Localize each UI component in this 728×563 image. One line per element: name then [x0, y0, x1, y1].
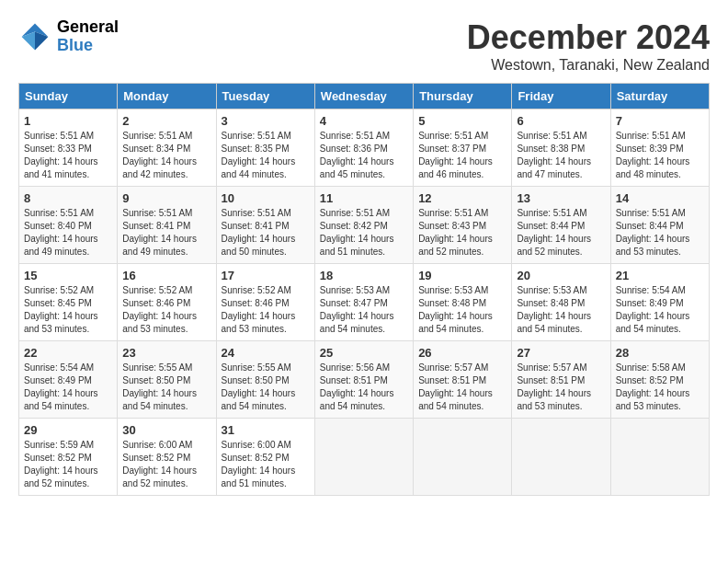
sunrise-label: Sunrise: 5:54 AM: [24, 362, 94, 373]
day-number: 28: [616, 346, 704, 360]
day-detail: Sunrise: 5:52 AMSunset: 8:46 PMDaylight:…: [122, 284, 210, 336]
day-number: 13: [517, 191, 605, 205]
sunset-label: Sunset: 8:48 PM: [517, 298, 585, 308]
sunset-label: Sunset: 8:50 PM: [222, 375, 290, 385]
daylight-label: Daylight: 14 hours and 54 minutes.: [517, 311, 591, 334]
sunset-label: Sunset: 8:52 PM: [122, 453, 190, 463]
daylight-label: Daylight: 14 hours and 52 minutes.: [517, 234, 591, 257]
day-detail: Sunrise: 5:51 AMSunset: 8:37 PMDaylight:…: [418, 130, 506, 181]
day-detail: Sunrise: 5:51 AMSunset: 8:39 PMDaylight:…: [616, 130, 704, 181]
day-number: 16: [122, 269, 210, 282]
day-detail: Sunrise: 5:51 AMSunset: 8:42 PMDaylight:…: [320, 207, 408, 259]
day-number: 9: [122, 191, 210, 205]
week-row-3: 15Sunrise: 5:52 AMSunset: 8:45 PMDayligh…: [19, 264, 710, 341]
sunset-label: Sunset: 8:52 PM: [616, 375, 684, 385]
calendar-cell: 9Sunrise: 5:51 AMSunset: 8:41 PMDaylight…: [118, 187, 216, 264]
sunrise-label: Sunrise: 5:58 AM: [616, 362, 686, 373]
daylight-label: Daylight: 14 hours and 54 minutes.: [222, 388, 296, 411]
day-number: 17: [222, 269, 310, 282]
calendar-table: SundayMondayTuesdayWednesdayThursdayFrid…: [18, 83, 710, 496]
calendar-cell: 1Sunrise: 5:51 AMSunset: 8:33 PMDaylight…: [19, 109, 118, 187]
daylight-label: Daylight: 14 hours and 54 minutes.: [616, 311, 690, 334]
sunset-label: Sunset: 8:44 PM: [517, 221, 585, 231]
day-detail: Sunrise: 5:53 AMSunset: 8:47 PMDaylight:…: [320, 284, 408, 336]
daylight-label: Daylight: 14 hours and 54 minutes.: [320, 311, 394, 334]
daylight-label: Daylight: 14 hours and 52 minutes.: [418, 234, 493, 257]
daylight-label: Daylight: 14 hours and 45 minutes.: [320, 156, 394, 179]
daylight-label: Daylight: 14 hours and 47 minutes.: [517, 156, 591, 179]
header-friday: Friday: [512, 84, 610, 109]
day-number: 8: [24, 191, 112, 205]
day-detail: Sunrise: 5:58 AMSunset: 8:52 PMDaylight:…: [616, 362, 704, 413]
day-number: 19: [418, 269, 506, 282]
sunrise-label: Sunrise: 5:51 AM: [24, 208, 94, 218]
sunset-label: Sunset: 8:48 PM: [418, 298, 486, 308]
calendar-cell: [610, 419, 709, 496]
day-detail: Sunrise: 5:53 AMSunset: 8:48 PMDaylight:…: [418, 284, 506, 336]
day-detail: Sunrise: 5:51 AMSunset: 8:41 PMDaylight:…: [122, 207, 210, 259]
day-number: 5: [418, 114, 506, 128]
day-number: 26: [418, 346, 506, 360]
logo-text: General Blue: [57, 18, 119, 55]
daylight-label: Daylight: 14 hours and 50 minutes.: [222, 234, 296, 257]
sunrise-label: Sunrise: 5:51 AM: [222, 208, 291, 218]
daylight-label: Daylight: 14 hours and 41 minutes.: [24, 156, 98, 179]
calendar-cell: [314, 419, 413, 496]
sunrise-label: Sunrise: 5:55 AM: [222, 362, 291, 373]
daylight-label: Daylight: 14 hours and 53 minutes.: [616, 234, 690, 257]
daylight-label: Daylight: 14 hours and 54 minutes.: [418, 388, 493, 411]
day-detail: Sunrise: 5:51 AMSunset: 8:44 PMDaylight:…: [517, 207, 605, 259]
sunset-label: Sunset: 8:45 PM: [24, 298, 92, 308]
day-number: 7: [616, 114, 704, 128]
sunset-label: Sunset: 8:46 PM: [122, 298, 190, 308]
day-detail: Sunrise: 5:51 AMSunset: 8:41 PMDaylight:…: [222, 207, 310, 259]
sunset-label: Sunset: 8:42 PM: [320, 221, 388, 231]
calendar-cell: 15Sunrise: 5:52 AMSunset: 8:45 PMDayligh…: [19, 264, 118, 341]
header-wednesday: Wednesday: [314, 84, 413, 109]
sunset-label: Sunset: 8:40 PM: [24, 221, 92, 231]
day-detail: Sunrise: 6:00 AMSunset: 8:52 PMDaylight:…: [222, 439, 310, 490]
sunrise-label: Sunrise: 5:51 AM: [616, 208, 686, 218]
sunrise-label: Sunrise: 5:51 AM: [616, 131, 686, 141]
day-detail: Sunrise: 5:57 AMSunset: 8:51 PMDaylight:…: [517, 362, 605, 413]
daylight-label: Daylight: 14 hours and 49 minutes.: [122, 234, 197, 257]
daylight-label: Daylight: 14 hours and 49 minutes.: [24, 234, 98, 257]
sunrise-label: Sunrise: 5:59 AM: [24, 440, 94, 450]
day-detail: Sunrise: 5:55 AMSunset: 8:50 PMDaylight:…: [122, 362, 210, 413]
sunrise-label: Sunrise: 5:51 AM: [517, 131, 586, 141]
daylight-label: Daylight: 14 hours and 54 minutes.: [320, 388, 394, 411]
day-number: 22: [24, 346, 112, 360]
calendar-cell: 25Sunrise: 5:56 AMSunset: 8:51 PMDayligh…: [314, 341, 413, 419]
calendar-cell: 21Sunrise: 5:54 AMSunset: 8:49 PMDayligh…: [610, 264, 709, 341]
day-number: 10: [222, 191, 310, 205]
calendar-cell: 7Sunrise: 5:51 AMSunset: 8:39 PMDaylight…: [610, 109, 709, 187]
header-row: SundayMondayTuesdayWednesdayThursdayFrid…: [19, 84, 710, 109]
sunset-label: Sunset: 8:34 PM: [122, 144, 190, 154]
calendar-cell: 17Sunrise: 5:52 AMSunset: 8:46 PMDayligh…: [216, 264, 314, 341]
daylight-label: Daylight: 14 hours and 51 minutes.: [222, 465, 296, 488]
sunrise-label: Sunrise: 5:51 AM: [418, 131, 488, 141]
calendar-cell: 24Sunrise: 5:55 AMSunset: 8:50 PMDayligh…: [216, 341, 314, 419]
day-detail: Sunrise: 5:51 AMSunset: 8:40 PMDaylight:…: [24, 207, 112, 259]
day-number: 21: [616, 269, 704, 282]
calendar-cell: 26Sunrise: 5:57 AMSunset: 8:51 PMDayligh…: [414, 341, 512, 419]
daylight-label: Daylight: 14 hours and 52 minutes.: [24, 465, 98, 488]
daylight-label: Daylight: 14 hours and 48 minutes.: [616, 156, 690, 179]
sunset-label: Sunset: 8:51 PM: [320, 375, 388, 385]
day-detail: Sunrise: 5:52 AMSunset: 8:45 PMDaylight:…: [24, 284, 112, 336]
header-thursday: Thursday: [414, 84, 512, 109]
calendar-cell: 28Sunrise: 5:58 AMSunset: 8:52 PMDayligh…: [610, 341, 709, 419]
sunrise-label: Sunrise: 5:57 AM: [418, 362, 488, 373]
daylight-label: Daylight: 14 hours and 53 minutes.: [517, 388, 591, 411]
sunrise-label: Sunrise: 5:51 AM: [320, 131, 390, 141]
day-detail: Sunrise: 5:51 AMSunset: 8:33 PMDaylight:…: [24, 130, 112, 181]
sunrise-label: Sunrise: 5:52 AM: [122, 285, 192, 295]
calendar-cell: 5Sunrise: 5:51 AMSunset: 8:37 PMDaylight…: [414, 109, 512, 187]
week-row-4: 22Sunrise: 5:54 AMSunset: 8:49 PMDayligh…: [19, 341, 710, 419]
daylight-label: Daylight: 14 hours and 52 minutes.: [122, 465, 197, 488]
calendar-cell: 29Sunrise: 5:59 AMSunset: 8:52 PMDayligh…: [19, 419, 118, 496]
day-number: 4: [320, 114, 408, 128]
calendar-cell: 31Sunrise: 6:00 AMSunset: 8:52 PMDayligh…: [216, 419, 314, 496]
calendar-cell: 16Sunrise: 5:52 AMSunset: 8:46 PMDayligh…: [118, 264, 216, 341]
day-detail: Sunrise: 5:52 AMSunset: 8:46 PMDaylight:…: [222, 284, 310, 336]
